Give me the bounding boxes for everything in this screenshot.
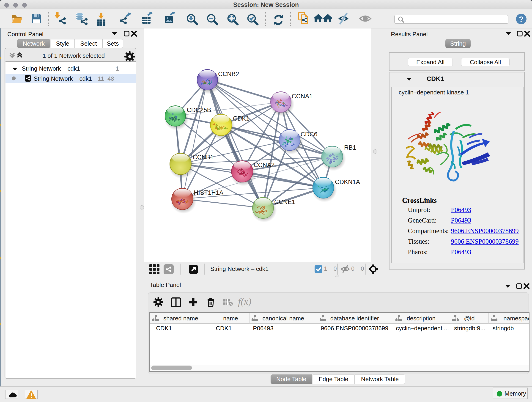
- svg-text:RB1: RB1: [344, 144, 356, 151]
- svg-text:CCNE1: CCNE1: [274, 198, 295, 205]
- svg-text:CDC6: CDC6: [301, 131, 317, 138]
- svg-text:CDKN1A: CDKN1A: [335, 179, 360, 185]
- svg-text:CCNA1: CCNA1: [292, 93, 313, 100]
- svg-text:HIST1H1A: HIST1H1A: [194, 189, 223, 196]
- svg-text:CDC25B: CDC25B: [187, 107, 211, 114]
- svg-text:CCNB2: CCNB2: [218, 70, 239, 77]
- svg-text:CCNA2: CCNA2: [254, 162, 275, 168]
- svg-text:CCNB1: CCNB1: [193, 154, 214, 161]
- svg-text:CDK1: CDK1: [233, 115, 249, 122]
